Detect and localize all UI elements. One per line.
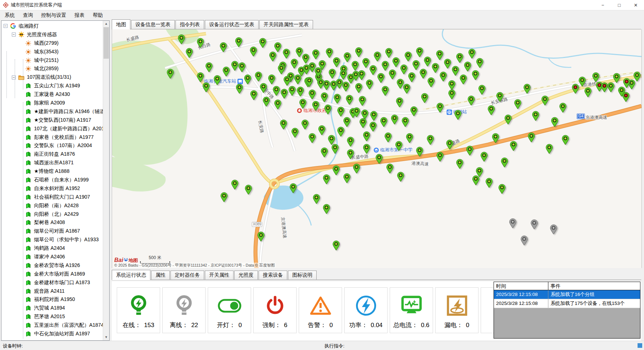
map-pin-red[interactable] xyxy=(623,78,630,88)
tree-row-28[interactable]: 金桥农贸市场 A1926 xyxy=(1,261,103,270)
map-pin-green[interactable] xyxy=(400,64,408,74)
map-pin-green[interactable] xyxy=(396,97,403,107)
map-pin-green[interactable] xyxy=(303,64,310,74)
map-pin-green[interactable] xyxy=(578,77,586,87)
map-pin-green[interactable] xyxy=(562,135,569,145)
minimize-button[interactable]: − xyxy=(595,0,611,10)
map-pin-green[interactable] xyxy=(362,58,370,68)
bottom-tab-4[interactable]: 光照度 xyxy=(234,271,258,279)
tree-row-34[interactable]: 芭茅塘 A2015 xyxy=(1,312,103,321)
map-pin-green[interactable] xyxy=(202,82,210,92)
map-tab-3[interactable]: 设备运行状态一览表 xyxy=(205,20,259,29)
map-pin-green[interactable] xyxy=(323,204,330,214)
map-pin-green[interactable] xyxy=(467,96,475,106)
bottom-tab-0[interactable]: 系统运行状态 xyxy=(112,270,150,280)
tree-row-27[interactable]: 谭家冲 A2406 xyxy=(1,253,103,261)
tree-row-9[interactable]: 陈家组 A2009 xyxy=(1,99,103,107)
map-pin-green[interactable] xyxy=(439,72,447,82)
map-pin-green[interactable] xyxy=(389,69,396,79)
map-pin-green[interactable] xyxy=(476,58,484,68)
map-pin-green[interactable] xyxy=(496,92,504,102)
map-pin-green[interactable] xyxy=(269,52,277,62)
map-pin-green[interactable] xyxy=(532,111,539,121)
map-pin-green[interactable] xyxy=(291,128,299,138)
map-pin-green[interactable] xyxy=(406,133,413,143)
tree-row-29[interactable]: 金桥大市场对面 A1869 xyxy=(1,270,103,278)
map-pin-green[interactable] xyxy=(510,141,517,151)
map-pin-green[interactable] xyxy=(324,104,332,115)
map-pin-green[interactable] xyxy=(392,57,400,67)
map-pin-green[interactable] xyxy=(231,180,239,190)
map-pin-green[interactable] xyxy=(353,107,360,117)
map-canvas[interactable]: 长盛路长白路建新中路长安路长安东路京港线长盛路长盛中路港澳高速京港澳高速京港澳高… xyxy=(112,29,642,268)
tree-row-17[interactable]: ★博物馆 A1888 xyxy=(1,167,103,176)
map-pin-green[interactable] xyxy=(504,115,512,125)
map-pin-green[interactable] xyxy=(257,232,265,242)
map-pin-green[interactable] xyxy=(255,72,262,82)
map-pin-green[interactable] xyxy=(366,79,373,89)
map-pin-green[interactable] xyxy=(294,74,302,84)
tree-row-24[interactable]: 烟草公司对面 A1867 xyxy=(1,227,103,235)
map-pin-gray[interactable] xyxy=(509,218,516,228)
map-pin-green[interactable] xyxy=(363,144,370,154)
map-pin-red[interactable] xyxy=(572,84,579,94)
map-pin-green[interactable] xyxy=(514,99,522,109)
scroll-up-icon[interactable]: ▲ xyxy=(103,21,109,27)
map-pin-green[interactable] xyxy=(412,60,420,70)
map-pin-green[interactable] xyxy=(332,165,340,175)
map-pin-green[interactable] xyxy=(427,77,435,87)
map-pin-green[interactable] xyxy=(297,87,304,97)
expander-icon[interactable]: − xyxy=(4,24,8,28)
bottom-tab-2[interactable]: 定时器任务 xyxy=(170,271,204,279)
map-pin-green[interactable] xyxy=(306,77,313,87)
map-pin-green[interactable] xyxy=(391,115,398,125)
map-pin-green[interactable] xyxy=(363,131,370,141)
map-pin-green[interactable] xyxy=(352,71,360,81)
map-pin-green[interactable] xyxy=(326,48,333,58)
expander-icon[interactable]: − xyxy=(12,76,16,79)
map-pin-green[interactable] xyxy=(220,192,228,202)
map-pin-green[interactable] xyxy=(289,183,297,193)
tree-row-14[interactable]: 交警队东（107南）A2004 xyxy=(1,141,103,150)
map-pin-green[interactable] xyxy=(197,72,204,82)
map-pin-green[interactable] xyxy=(410,106,418,116)
map-pin-green[interactable] xyxy=(472,70,479,80)
map-pin-red[interactable] xyxy=(622,92,630,102)
bottom-tab-5[interactable]: 搜索设备 xyxy=(259,271,287,279)
scroll-thumb[interactable] xyxy=(104,27,109,59)
map-tab-2[interactable]: 指令列表 xyxy=(176,20,204,29)
map-pin-green[interactable] xyxy=(541,96,549,106)
map-pin-green[interactable] xyxy=(263,97,270,107)
map-pin-green[interactable] xyxy=(197,38,204,48)
map-pin-green[interactable] xyxy=(250,90,258,100)
map-pin-green[interactable] xyxy=(613,73,620,83)
map-pin-green[interactable] xyxy=(369,122,377,132)
map-pin-green[interactable] xyxy=(381,61,389,71)
map-pin-green[interactable] xyxy=(250,47,257,57)
map-pin-green[interactable] xyxy=(380,117,388,127)
tree-row-26[interactable]: 鸿鹤路 A2404 xyxy=(1,244,103,253)
map-pin-green[interactable] xyxy=(238,62,246,72)
map-pin-green[interactable] xyxy=(448,89,456,99)
tree-row-5[interactable]: 城北(2859) xyxy=(1,64,103,73)
map-pin-green[interactable] xyxy=(213,75,221,85)
map-pin-green[interactable] xyxy=(633,72,641,82)
map-pin-green[interactable] xyxy=(369,65,377,75)
scroll-down-icon[interactable]: ▼ xyxy=(103,334,109,340)
tree-row-0[interactable]: −临湘路灯 xyxy=(1,22,103,30)
map-tab-4[interactable]: 开关回路属性一览表 xyxy=(259,20,313,29)
map-pin-green[interactable] xyxy=(501,157,508,167)
tree-row-19[interactable]: 自来水斜对面 A1952 xyxy=(1,184,103,193)
map-pin-green[interactable] xyxy=(244,74,251,84)
map-pin-green[interactable] xyxy=(528,132,535,142)
map-pin-green[interactable] xyxy=(454,110,462,120)
map-pin-green[interactable] xyxy=(551,117,558,127)
map-pin-green[interactable] xyxy=(408,72,415,82)
map-pin-green[interactable] xyxy=(260,83,267,93)
menu-item-1[interactable]: 查询 xyxy=(19,11,37,20)
tree-row-32[interactable]: 福利院对面 A1950 xyxy=(1,296,103,304)
map-pin-green[interactable] xyxy=(607,82,615,92)
map-pin-green[interactable] xyxy=(268,74,275,84)
map-pin-green[interactable] xyxy=(312,101,319,111)
map-pin-green[interactable] xyxy=(402,117,409,127)
